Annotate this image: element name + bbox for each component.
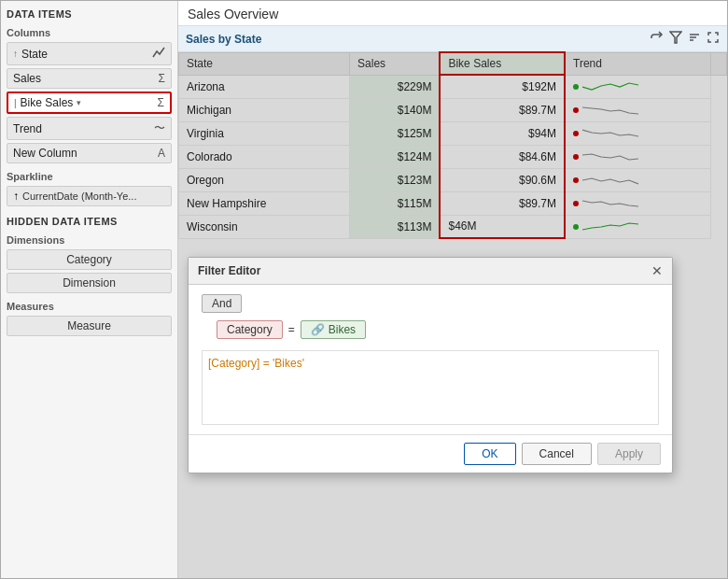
dimensions-label: Dimensions — [7, 234, 172, 246]
sparkline-item[interactable]: ↑ CurrentDate (Month-Ye... — [7, 186, 172, 206]
cancel-button[interactable]: Cancel — [522, 443, 592, 465]
column-name-bike-sales: Bike Sales — [21, 96, 74, 109]
dialog-body: And Category = 🔗 Bikes [Category] = 'Bik… — [189, 285, 672, 434]
ok-button[interactable]: OK — [464, 443, 515, 465]
filter-condition: Category = 🔗 Bikes — [217, 320, 659, 339]
filter-bikes-button[interactable]: 🔗 Bikes — [301, 320, 366, 339]
svg-marker-0 — [670, 32, 681, 43]
sparkline-sort-icon: ↑ — [13, 190, 19, 203]
sort-icon[interactable] — [688, 31, 701, 47]
sigma-icon-sales: Σ — [159, 72, 165, 85]
bikes-label: Bikes — [329, 323, 356, 336]
share-icon[interactable] — [649, 30, 664, 48]
sort-icon-bike-sales: | — [14, 98, 17, 108]
right-panel: Sales Overview Sales by State — [178, 1, 727, 578]
trend-icon: 〜 — [154, 120, 165, 136]
filter-icon[interactable] — [669, 31, 682, 47]
sparkline-label: Sparkline — [7, 171, 172, 182]
sparkline-name: CurrentDate (Month-Ye... — [22, 191, 136, 202]
data-items-title: DATA ITEMS — [7, 8, 172, 20]
column-name-sales: Sales — [13, 72, 41, 85]
filter-dialog: Filter Editor ✕ And Category = 🔗 Bike — [188, 257, 673, 473]
column-item-state[interactable]: ↑ State — [7, 42, 172, 65]
column-item-trend[interactable]: Trend 〜 — [7, 117, 172, 140]
column-item-bike-sales[interactable]: | Bike Sales ▾ Σ — [7, 92, 172, 114]
bikes-icon: 🔗 — [311, 323, 325, 336]
sigma-icon-bike-sales: Σ — [158, 96, 164, 109]
dialog-close-button[interactable]: ✕ — [651, 263, 663, 278]
filter-and-button[interactable]: And — [202, 294, 242, 313]
sort-icon-state: ↑ — [13, 49, 18, 59]
dashboard-title: Sales Overview — [178, 1, 727, 26]
dialog-header: Filter Editor ✕ — [189, 258, 672, 285]
chart-header: Sales by State — [178, 26, 727, 51]
new-column-icon: A — [158, 147, 165, 160]
left-panel: DATA ITEMS Columns ↑ State Sales Σ | Bik… — [1, 1, 178, 578]
filter-eq-label: = — [288, 323, 295, 336]
new-column-label: New Column — [13, 147, 77, 160]
expand-icon[interactable] — [707, 31, 720, 47]
chart-title: Sales by State — [186, 33, 261, 46]
dimension-category[interactable]: Category — [7, 249, 172, 270]
hidden-section: HIDDEN DATA ITEMS Dimensions Category Di… — [7, 216, 172, 336]
apply-button[interactable]: Apply — [597, 443, 661, 465]
dimension-dimension[interactable]: Dimension — [7, 273, 172, 293]
filter-category-button[interactable]: Category — [217, 320, 283, 339]
new-column-item[interactable]: New Column A — [7, 143, 172, 163]
filter-expression-area[interactable]: [Category] = 'Bikes' — [202, 350, 659, 425]
column-name-state: State — [21, 48, 48, 61]
chart-toolbar — [649, 30, 720, 48]
column-name-trend: Trend — [13, 122, 42, 135]
dialog-footer: OK Cancel Apply — [189, 434, 672, 473]
dialog-title: Filter Editor — [198, 264, 260, 277]
filter-expression: [Category] = 'Bikes' — [208, 357, 652, 370]
dialog-overlay: Filter Editor ✕ And Category = 🔗 Bike — [178, 51, 727, 578]
column-item-sales[interactable]: Sales Σ — [7, 68, 172, 89]
dropdown-arrow-bike-sales[interactable]: ▾ — [77, 98, 81, 107]
measures-label: Measures — [7, 301, 172, 312]
data-table-container: State Sales Bike Sales Trend Arizona $22… — [178, 51, 727, 578]
columns-label: Columns — [7, 27, 172, 38]
measure-item[interactable]: Measure — [7, 316, 172, 336]
hidden-title: HIDDEN DATA ITEMS — [7, 216, 172, 227]
chart-icon-state — [152, 46, 165, 62]
